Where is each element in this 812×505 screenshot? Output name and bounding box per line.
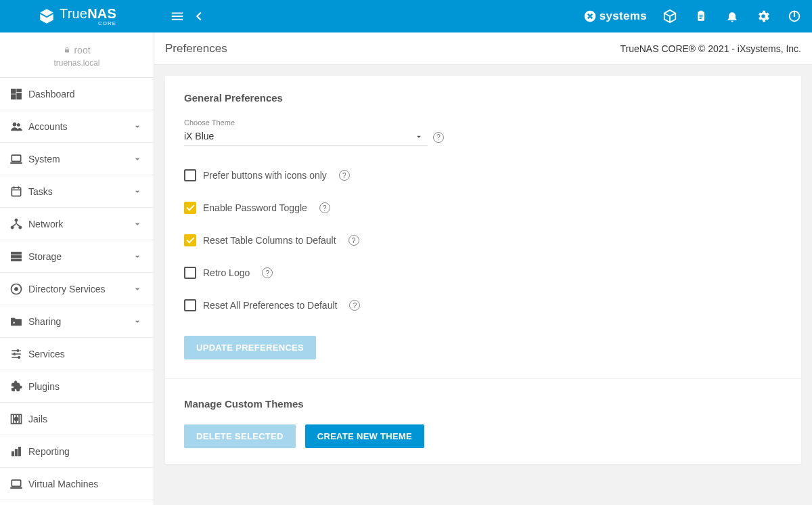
sidebar-item-label: Virtual Machines (28, 479, 143, 489)
back-button[interactable] (188, 5, 210, 27)
user-host: truenas.local (5, 58, 148, 68)
topbar: TrueNAS CORE systems (0, 0, 812, 32)
sidebar-item-tasks[interactable]: Tasks (0, 175, 154, 208)
storage-icon (9, 250, 28, 263)
lock-icon (63, 46, 71, 54)
help-icon[interactable]: ? (348, 235, 359, 246)
pref-row-prefer-buttons-with-icons-only: Prefer buttons with icons only? (184, 169, 782, 181)
hub-icon (9, 217, 28, 231)
sidebar-item-label: System (28, 154, 132, 164)
pref-row-reset-all-preferences-to-default: Reset All Preferences to Default? (184, 299, 782, 311)
expand-caret-icon (132, 284, 143, 294)
pref-row-enable-password-toggle: Enable Password Toggle? (184, 202, 782, 214)
page-title: Preferences (165, 42, 227, 56)
expand-caret-icon (132, 154, 143, 164)
sidebar-item-label: Reporting (28, 446, 143, 457)
expand-caret-icon (132, 316, 143, 327)
sidebar-item-reporting[interactable]: Reporting (0, 435, 154, 468)
divider (165, 378, 801, 379)
brand-cube-icon (38, 7, 55, 25)
vendor-text: systems (600, 9, 647, 23)
sidebar-item-virtual-machines[interactable]: Virtual Machines (0, 468, 154, 500)
sidebar-item-label: Plugins (28, 381, 143, 392)
sidebar-item-sharing[interactable]: Sharing (0, 305, 154, 338)
pref-label: Prefer buttons with icons only (203, 170, 327, 181)
checkbox-reset-all-preferences-to-default[interactable] (184, 299, 196, 311)
nav-list: DashboardAccountsSystemTasksNetworkStora… (0, 78, 154, 505)
theme-field-label: Choose Theme (184, 118, 782, 127)
page-copyright: TrueNAS CORE® © 2021 - iXsystems, Inc. (620, 43, 801, 54)
manage-themes-heading: Manage Custom Themes (184, 398, 782, 410)
chart-icon (9, 445, 28, 458)
hamburger-button[interactable] (166, 5, 188, 27)
sidebar-item-directory-services[interactable]: Directory Services (0, 273, 154, 305)
sidebar-item-label: Tasks (28, 186, 132, 197)
truecommand-button[interactable] (659, 5, 681, 27)
page-header: Preferences TrueNAS CORE® © 2021 - iXsys… (154, 32, 812, 65)
vendor-logo[interactable]: systems (583, 9, 647, 23)
user-block: root truenas.local (0, 32, 154, 78)
laptop-icon (9, 477, 28, 491)
sidebar-item-label: Sharing (28, 316, 132, 327)
brand-subtitle: CORE (60, 20, 116, 26)
sidebar-item-plugins[interactable]: Plugins (0, 370, 154, 403)
theme-select-value: iX Blue (184, 128, 428, 146)
checkbox-enable-password-toggle[interactable] (184, 202, 196, 214)
people-icon (9, 120, 28, 133)
sidebar-item-label: Storage (28, 251, 132, 262)
dashboard-icon (9, 87, 28, 101)
general-prefs-heading: General Preferences (184, 92, 782, 104)
sidebar-item-label: Accounts (28, 121, 132, 132)
sidebar-item-storage[interactable]: Storage (0, 240, 154, 273)
folder-icon (9, 315, 28, 328)
help-icon[interactable]: ? (262, 267, 273, 278)
pref-label: Retro Logo (203, 267, 250, 278)
expand-caret-icon (132, 251, 143, 262)
delete-selected-button[interactable]: Delete Selected (184, 424, 296, 448)
sidebar-item-jails[interactable]: Jails (0, 403, 154, 435)
update-preferences-button[interactable]: Update Preferences (184, 336, 316, 359)
sidebar-item-network[interactable]: Network (0, 208, 154, 240)
help-icon[interactable]: ? (349, 300, 360, 311)
help-icon[interactable]: ? (319, 202, 330, 213)
tasks-button[interactable] (690, 5, 712, 27)
pref-label: Reset All Preferences to Default (203, 300, 337, 311)
expand-caret-icon (132, 219, 143, 229)
checkbox-retro-logo[interactable] (184, 267, 196, 279)
sidebar-item-dashboard[interactable]: Dashboard (0, 78, 154, 110)
sidebar: root truenas.local DashboardAccountsSyst… (0, 32, 154, 505)
alerts-button[interactable] (721, 5, 743, 27)
vendor-mark-icon (583, 9, 597, 23)
sidebar-item-services[interactable]: Services (0, 338, 154, 370)
power-button[interactable] (784, 5, 805, 27)
sidebar-item-label: Directory Services (28, 284, 132, 294)
sidebar-item-label: Network (28, 219, 132, 229)
sidebar-item-label: Dashboard (28, 89, 143, 100)
main: Preferences TrueNAS CORE® © 2021 - iXsys… (154, 32, 812, 505)
settings-button[interactable] (752, 5, 774, 27)
pref-label: Reset Table Columns to Default (203, 235, 336, 246)
preferences-card: General Preferences Choose Theme iX Blue… (165, 76, 801, 464)
theme-select[interactable]: iX Blue (184, 128, 428, 146)
checkbox-prefer-buttons-with-icons-only[interactable] (184, 169, 196, 181)
expand-caret-icon (132, 121, 143, 132)
sidebar-item-label: Jails (28, 414, 143, 424)
checkbox-reset-table-columns-to-default[interactable] (184, 234, 196, 246)
brand-block[interactable]: TrueNAS CORE (0, 0, 154, 32)
pref-row-retro-logo: Retro Logo? (184, 267, 782, 279)
create-new-theme-button[interactable]: Create New Theme (305, 424, 424, 448)
tune-icon (9, 347, 28, 361)
extension-icon (9, 380, 28, 393)
sidebar-item-label: Services (28, 349, 143, 359)
pref-row-reset-table-columns-to-default: Reset Table Columns to Default? (184, 234, 782, 246)
calendar-icon (9, 185, 28, 198)
album-icon (9, 282, 28, 296)
sidebar-item-system[interactable]: System (0, 143, 154, 175)
theme-help-icon[interactable]: ? (433, 132, 444, 143)
laptop-icon (9, 152, 28, 166)
brand-title: TrueNAS (60, 6, 116, 21)
jails-icon (9, 412, 28, 426)
sidebar-item-accounts[interactable]: Accounts (0, 110, 154, 143)
help-icon[interactable]: ? (339, 170, 350, 181)
user-name: root (74, 45, 90, 56)
